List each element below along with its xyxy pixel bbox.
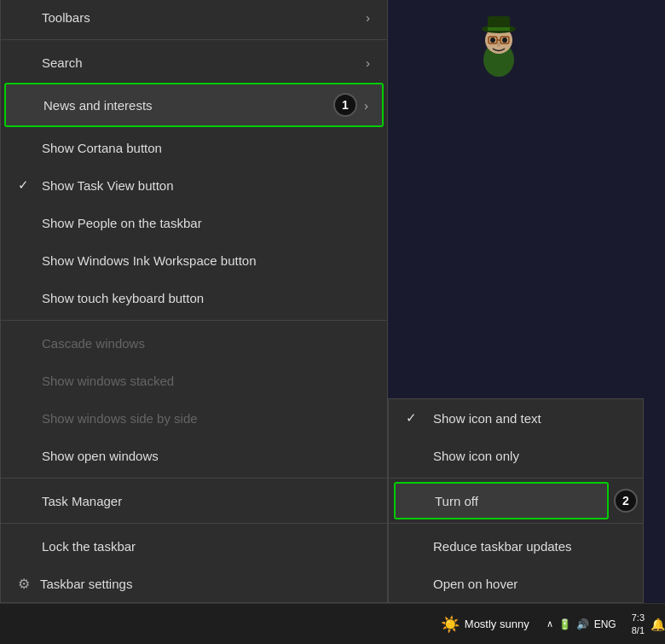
- menu-item-task-manager[interactable]: Task Manager: [1, 482, 387, 519]
- separator-before-turnoff: [389, 478, 643, 479]
- separator-after-task-manager: [1, 523, 387, 524]
- menu-label-lock-taskbar: Lock the taskbar: [42, 539, 370, 554]
- sub-label-open-hover: Open on hover: [433, 577, 518, 591]
- check-show-task-view: ✓: [18, 177, 35, 193]
- battery-icon[interactable]: 🔋: [558, 618, 571, 630]
- separator-after-show-touch: [1, 320, 387, 321]
- sub-label-show-icon-only: Show icon only: [433, 449, 519, 463]
- menu-item-taskbar-settings[interactable]: ⚙Taskbar settings: [1, 565, 387, 602]
- svg-point-5: [490, 38, 495, 43]
- sub-label-turn-off: Turn off: [435, 494, 478, 508]
- menu-label-show-people: Show People on the taskbar: [42, 216, 370, 230]
- menu-item-side-by-side: Show windows side by side: [1, 399, 387, 437]
- sub-label-show-icon-text: Show icon and text: [433, 411, 541, 426]
- menu-item-show-cortana[interactable]: Show Cortana button: [1, 129, 387, 166]
- sub-menu-item-open-hover[interactable]: Open on hover: [389, 565, 643, 602]
- separator-after-show-open: [1, 478, 387, 479]
- menu-item-show-touch[interactable]: Show touch keyboard button: [1, 279, 387, 316]
- menu-label-search: Search: [42, 55, 366, 70]
- separator-after-turnoff: [389, 523, 643, 524]
- system-tray: ∧ 🔋 🔊 ENG: [540, 618, 623, 630]
- submenu-arrow: ›: [366, 55, 370, 70]
- separator-after-toolbars: [1, 39, 387, 40]
- step-2: 2: [614, 489, 638, 513]
- submenu-arrow: ›: [366, 10, 370, 25]
- svg-rect-4: [488, 27, 510, 31]
- menu-item-news-and-interests[interactable]: News and interests1›: [4, 83, 384, 127]
- step-1: 1: [333, 93, 357, 117]
- main-context-menu: Toolbars›Search›News and interests1›Show…: [0, 0, 388, 603]
- check-show-icon-text: ✓: [406, 410, 426, 426]
- menu-label-show-open: Show open windows: [42, 449, 370, 463]
- menu-item-lock-taskbar[interactable]: Lock the taskbar: [1, 527, 387, 565]
- sub-menu-item-turn-off[interactable]: Turn off: [394, 482, 609, 519]
- language-label[interactable]: ENG: [594, 618, 616, 630]
- menu-item-toolbars[interactable]: Toolbars›: [1, 0, 387, 36]
- menu-item-search[interactable]: Search›: [1, 44, 387, 81]
- menu-label-cascade: Cascade windows: [42, 336, 370, 351]
- gear-icon: ⚙: [18, 576, 30, 592]
- notification-button[interactable]: 🔔: [653, 612, 665, 637]
- weather-label: Mostly sunny: [465, 618, 529, 630]
- menu-item-show-ink[interactable]: Show Windows Ink Workspace button: [1, 241, 387, 279]
- menu-item-show-open[interactable]: Show open windows: [1, 437, 387, 474]
- menu-label-task-manager: Task Manager: [42, 494, 370, 508]
- menu-label-side-by-side: Show windows side by side: [42, 411, 370, 426]
- weather-icon: ☀️: [441, 615, 460, 634]
- menu-label-show-cortana: Show Cortana button: [42, 141, 370, 155]
- sub-label-reduce-updates: Reduce taskbar updates: [433, 539, 572, 554]
- sub-context-menu: ✓Show icon and textShow icon onlyTurn of…: [388, 398, 644, 603]
- taskbar: ☀️ Mostly sunny ∧ 🔋 🔊 ENG 7:3 8/1 🔔: [0, 603, 665, 644]
- svg-point-6: [502, 38, 507, 43]
- menu-label-toolbars: Toolbars: [42, 10, 366, 25]
- submenu-arrow: ›: [364, 98, 368, 113]
- menu-label-stacked: Show windows stacked: [42, 374, 370, 388]
- sub-menu-item-show-icon-only[interactable]: Show icon only: [389, 437, 643, 474]
- sub-menu-item-reduce-updates[interactable]: Reduce taskbar updates: [389, 527, 643, 565]
- menu-item-cascade: Cascade windows: [1, 324, 387, 362]
- svg-point-10: [497, 43, 500, 47]
- menu-item-show-people[interactable]: Show People on the taskbar: [1, 204, 387, 241]
- sub-menu-item-show-icon-text[interactable]: ✓Show icon and text: [389, 399, 643, 437]
- menu-item-show-task-view[interactable]: ✓Show Task View button: [1, 166, 387, 204]
- notification-icon: 🔔: [651, 618, 665, 631]
- clock[interactable]: 7:3 8/1: [623, 612, 653, 636]
- menu-label-show-ink: Show Windows Ink Workspace button: [42, 253, 370, 268]
- desktop-avatar: [469, 17, 529, 77]
- time-display: 7:3: [632, 612, 645, 624]
- chevron-icon[interactable]: ∧: [546, 618, 553, 629]
- menu-label-show-touch: Show touch keyboard button: [42, 291, 370, 305]
- speaker-icon[interactable]: 🔊: [576, 618, 589, 630]
- menu-label-taskbar-settings: Taskbar settings: [40, 577, 370, 591]
- date-display: 8/1: [632, 624, 645, 636]
- menu-label-show-task-view: Show Task View button: [42, 178, 370, 193]
- menu-item-stacked: Show windows stacked: [1, 362, 387, 399]
- weather-widget[interactable]: ☀️ Mostly sunny: [431, 615, 540, 634]
- menu-label-news-and-interests: News and interests: [43, 98, 327, 113]
